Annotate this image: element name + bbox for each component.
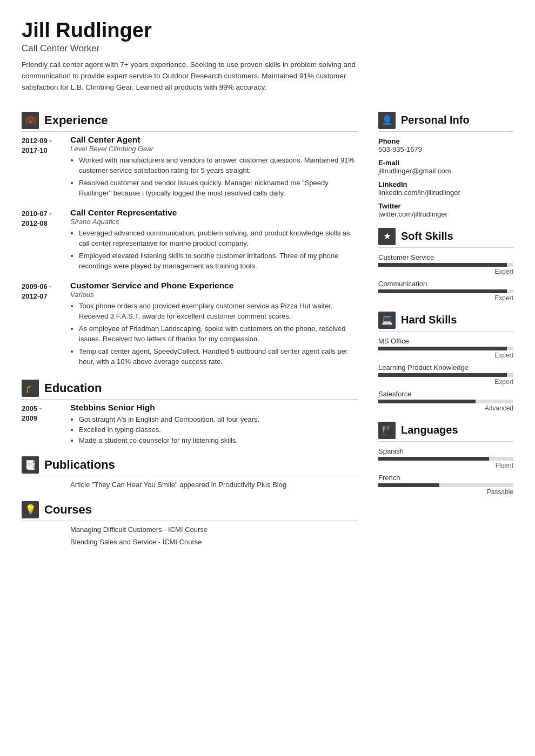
edu-content-1: Stebbins Senior High Got straight A's in… <box>70 403 358 446</box>
exp-job-title-2: Call Center Representative <box>70 208 358 218</box>
hard-skill-1: MS Office Expert <box>378 337 513 359</box>
edu-school-1: Stebbins Senior High <box>70 403 358 413</box>
exp-entry-2: 2010-07 - 2012-08 Call Center Representa… <box>22 208 358 273</box>
soft-skills-icon: ★ <box>378 228 396 245</box>
exp-company-3: Various <box>70 291 358 299</box>
edu-entry-1: 2005 - 2009 Stebbins Senior High Got str… <box>22 403 358 446</box>
edu-dates-1: 2005 - 2009 <box>22 403 70 446</box>
soft-skill-1: Customer Service Expert <box>378 253 513 275</box>
publications-section: 📑 Publications Article "They Can Hear Yo… <box>22 456 358 490</box>
languages-icon: 🏴 <box>378 422 396 439</box>
right-column: 👤 Personal Info Phone 503-935-1679 E-mai… <box>373 112 513 734</box>
courses-section: 💡 Courses Managing Difficult Customers -… <box>22 501 358 548</box>
skill-bar-fill <box>378 400 476 403</box>
education-title: Education <box>44 381 102 395</box>
list-item: Got straight A's in English and Composit… <box>79 414 358 425</box>
list-item: As employee of Friedman Landscaping, spo… <box>79 323 358 345</box>
list-item: Excelled in typing classes. <box>79 424 358 435</box>
experience-icon: 💼 <box>22 112 39 129</box>
hard-skills-header: 💻 Hard Skills <box>378 312 513 332</box>
exp-company-1: Level Bevel Climbing Gear <box>70 145 358 153</box>
exp-dates-1: 2012-09 - 2017-10 <box>22 135 70 200</box>
hard-skill-3: Salesforce Advanced <box>378 390 513 412</box>
candidate-name: Jill Rudlinger <box>22 19 513 42</box>
education-icon: 🎓 <box>22 380 39 397</box>
personal-phone: Phone 503-935-1679 <box>378 137 513 153</box>
course-entry-2: Blending Sales and Service - ICMI Course <box>22 537 358 548</box>
header: Jill Rudlinger Call Center Worker Friend… <box>22 19 513 93</box>
languages-title: Languages <box>401 424 458 436</box>
list-item: Leveraged advanced communication, proble… <box>79 228 358 249</box>
skill-bar-fill <box>378 263 507 267</box>
course-text-1: Managing Difficult Customers - ICMI Cour… <box>70 524 208 535</box>
skill-bar-fill <box>378 289 507 293</box>
list-item: Made a student co-counselor for my liste… <box>79 435 358 446</box>
personal-twitter: Twitter twitter.com/jillrudlinger <box>378 202 513 218</box>
language-1: Spanish Fluent <box>378 447 513 469</box>
education-header: 🎓 Education <box>22 380 358 400</box>
personal-info-icon: 👤 <box>378 112 396 129</box>
candidate-summary: Friendly call center agent with 7+ years… <box>22 59 378 93</box>
experience-header: 💼 Experience <box>22 112 358 132</box>
hard-skills-title: Hard Skills <box>401 314 457 326</box>
skill-bar-bg <box>378 483 513 487</box>
publications-header: 📑 Publications <box>22 456 358 476</box>
left-column: 💼 Experience 2012-09 - 2017-10 Call Cent… <box>22 112 373 734</box>
pub-text-1: Article "They Can Hear You Smile" appear… <box>70 480 286 490</box>
skill-bar-bg <box>378 289 513 293</box>
pub-entry-1: Article "They Can Hear You Smile" appear… <box>22 480 358 490</box>
personal-info-title: Personal Info <box>401 114 470 126</box>
soft-skills-section: ★ Soft Skills Customer Service Expert Co… <box>378 228 513 302</box>
exp-bullets-1: Worked with manufacturers and vendors to… <box>70 155 358 199</box>
skill-bar-bg <box>378 457 513 461</box>
courses-title: Courses <box>44 503 92 517</box>
soft-skill-2: Communication Expert <box>378 280 513 302</box>
experience-section: 💼 Experience 2012-09 - 2017-10 Call Cent… <box>22 112 358 369</box>
exp-content-3: Customer Service and Phone Experience Va… <box>70 281 358 369</box>
experience-title: Experience <box>44 113 108 127</box>
exp-job-title-1: Call Center Agent <box>70 135 358 145</box>
exp-bullets-2: Leveraged advanced communication, proble… <box>70 228 358 272</box>
course-text-2: Blending Sales and Service - ICMI Course <box>70 537 202 548</box>
list-item: Employed elevated listening skills to so… <box>79 251 358 272</box>
candidate-title: Call Center Worker <box>22 43 513 54</box>
personal-email: E-mail jillrudlinger@gmail.com <box>378 159 513 175</box>
courses-header: 💡 Courses <box>22 501 358 521</box>
languages-section: 🏴 Languages Spanish Fluent French Passab… <box>378 422 513 496</box>
skill-bar-bg <box>378 263 513 267</box>
courses-icon: 💡 <box>22 501 39 518</box>
personal-info-header: 👤 Personal Info <box>378 112 513 132</box>
list-item: Resolved customer and vendor issues quic… <box>79 178 358 199</box>
hard-skills-icon: 💻 <box>378 312 396 329</box>
skill-bar-bg <box>378 400 513 403</box>
exp-job-title-3: Customer Service and Phone Experience <box>70 281 358 291</box>
skill-bar-fill <box>378 483 439 487</box>
skill-bar-fill <box>378 347 507 350</box>
exp-dates-3: 2009-06 - 2012-07 <box>22 281 70 369</box>
soft-skills-title: Soft Skills <box>401 230 453 242</box>
list-item: Took phone orders and provided exemplary… <box>79 301 358 322</box>
publications-icon: 📑 <box>22 456 39 474</box>
list-item: Temp call center agent, SpeedyCollect. H… <box>79 346 358 367</box>
exp-content-2: Call Center Representative Sirano Aquati… <box>70 208 358 273</box>
exp-bullets-3: Took phone orders and provided exemplary… <box>70 301 358 367</box>
personal-info-section: 👤 Personal Info Phone 503-935-1679 E-mai… <box>378 112 513 218</box>
exp-company-2: Sirano Aquatics <box>70 218 358 226</box>
languages-header: 🏴 Languages <box>378 422 513 442</box>
skill-bar-bg <box>378 373 513 377</box>
skill-bar-fill <box>378 457 489 461</box>
hard-skills-section: 💻 Hard Skills MS Office Expert Learning … <box>378 312 513 412</box>
exp-entry-3: 2009-06 - 2012-07 Customer Service and P… <box>22 281 358 369</box>
exp-dates-2: 2010-07 - 2012-08 <box>22 208 70 273</box>
skill-bar-bg <box>378 347 513 350</box>
exp-content-1: Call Center Agent Level Bevel Climbing G… <box>70 135 358 200</box>
hard-skill-2: Learning Product Knowledge Expert <box>378 363 513 386</box>
edu-bullets-1: Got straight A's in English and Composit… <box>70 414 358 446</box>
exp-entry-1: 2012-09 - 2017-10 Call Center Agent Leve… <box>22 135 358 200</box>
course-entry-1: Managing Difficult Customers - ICMI Cour… <box>22 524 358 535</box>
language-2: French Passable <box>378 474 513 496</box>
soft-skills-header: ★ Soft Skills <box>378 228 513 248</box>
skill-bar-fill <box>378 373 507 377</box>
personal-linkedin: LinkedIn linkedin.com/in/jillrudlinger <box>378 180 513 197</box>
education-section: 🎓 Education 2005 - 2009 Stebbins Senior … <box>22 380 358 446</box>
